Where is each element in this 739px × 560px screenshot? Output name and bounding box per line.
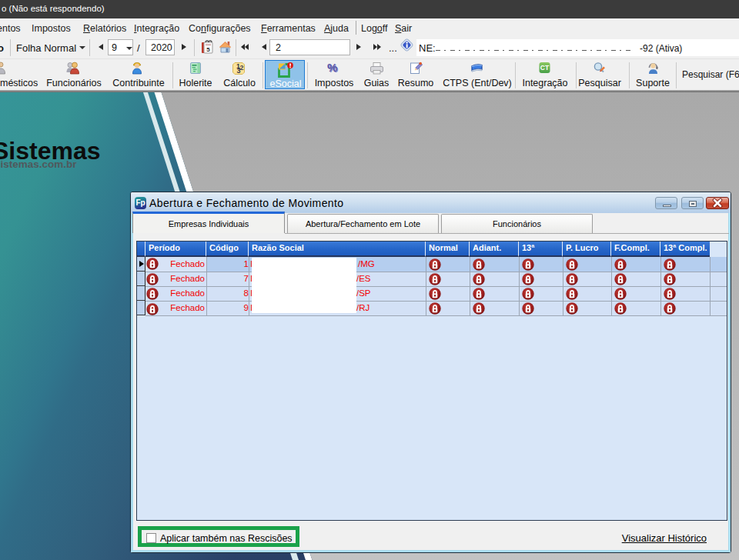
svg-text:%: % (327, 62, 337, 74)
svg-text:CT: CT (540, 64, 550, 72)
svg-text:5: 5 (206, 46, 210, 53)
svg-text:3: 3 (237, 67, 241, 75)
